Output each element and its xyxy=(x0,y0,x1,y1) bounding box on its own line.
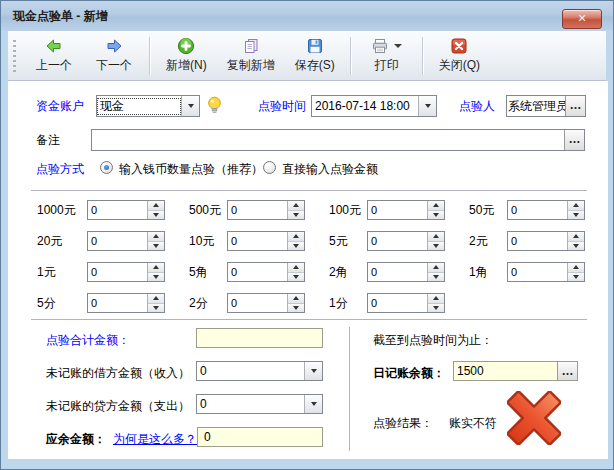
why-so-much-link[interactable]: 为何是这么多？ xyxy=(113,431,197,448)
denomination-value[interactable]: 0 xyxy=(228,235,287,247)
denomination-spinner[interactable]: 0 xyxy=(87,231,165,251)
verifier-browse-button[interactable]: … xyxy=(565,96,585,116)
denomination-spinner[interactable]: 0 xyxy=(87,293,165,313)
spinner-up-icon xyxy=(433,265,439,269)
denomination-value[interactable]: 0 xyxy=(368,266,427,278)
journal-balance-field: 1500 … xyxy=(453,361,578,381)
spinner-down-icon xyxy=(153,306,159,310)
verifier-label: 点验人 xyxy=(459,95,495,117)
spinner-buttons[interactable] xyxy=(147,201,164,219)
denomination-spinner[interactable]: 0 xyxy=(367,293,445,313)
spinner-down-icon xyxy=(433,213,439,217)
denomination-value[interactable]: 0 xyxy=(368,204,427,216)
spinner-buttons[interactable] xyxy=(567,263,584,281)
denomination-spinner[interactable]: 0 xyxy=(507,200,585,220)
check-result-value: 账实不符 xyxy=(449,415,497,432)
toolbar-grip-handle[interactable] xyxy=(13,40,16,72)
spinner-buttons[interactable] xyxy=(147,263,164,281)
next-button-label: 下一个 xyxy=(96,57,132,74)
save-button[interactable]: 保存(S) xyxy=(285,33,345,78)
denomination-spinner[interactable]: 0 xyxy=(507,262,585,282)
unposted-credit-combobox[interactable]: 0 xyxy=(196,394,323,414)
denomination-spinner[interactable]: 0 xyxy=(367,262,445,282)
spinner-buttons[interactable] xyxy=(287,294,304,312)
denomination-label: 1000元 xyxy=(37,200,87,220)
close-button[interactable]: 关闭(Q) xyxy=(429,33,490,78)
spinner-buttons[interactable] xyxy=(287,232,304,250)
unposted-debit-combobox[interactable]: 0 xyxy=(196,361,323,381)
divider xyxy=(31,319,587,320)
denomination-label: 500元 xyxy=(189,200,227,220)
spinner-down-icon xyxy=(153,213,159,217)
spinner-buttons[interactable] xyxy=(427,294,444,312)
account-combobox[interactable]: 现金 xyxy=(96,95,200,117)
spinner-buttons[interactable] xyxy=(287,201,304,219)
denomination-value[interactable]: 0 xyxy=(228,266,287,278)
denomination-value[interactable]: 0 xyxy=(228,297,287,309)
print-dropdown-caret[interactable] xyxy=(394,44,402,48)
denomination-spinner[interactable]: 0 xyxy=(227,262,305,282)
check-time-combobox[interactable]: 2016-07-14 18:00 xyxy=(311,95,437,117)
denomination-spinner[interactable]: 0 xyxy=(367,231,445,251)
verifier-field[interactable]: 系统管理员 … xyxy=(506,95,586,117)
unposted-debit-dropdown-button[interactable] xyxy=(304,362,322,380)
denomination-spinner[interactable]: 0 xyxy=(507,231,585,251)
denomination-spinner[interactable]: 0 xyxy=(227,293,305,313)
denomination-value[interactable]: 0 xyxy=(368,235,427,247)
denomination-spinner[interactable]: 0 xyxy=(367,200,445,220)
account-dropdown-button[interactable] xyxy=(181,96,199,116)
next-button[interactable]: 下一个 xyxy=(84,33,144,78)
method-radio-count[interactable] xyxy=(100,161,113,174)
denomination-spinner[interactable]: 0 xyxy=(87,262,165,282)
spinner-buttons[interactable] xyxy=(427,232,444,250)
denomination-value[interactable]: 0 xyxy=(508,266,567,278)
window-close-button[interactable]: ✕ xyxy=(562,9,602,29)
spinner-buttons[interactable] xyxy=(567,201,584,219)
printer-icon xyxy=(371,37,389,55)
spinner-buttons[interactable] xyxy=(427,201,444,219)
denomination-value[interactable]: 0 xyxy=(88,204,147,216)
denomination-value[interactable]: 0 xyxy=(368,297,427,309)
method-radio-amount[interactable] xyxy=(263,161,276,174)
check-time-label: 点验时间 xyxy=(258,95,306,117)
denomination-value[interactable]: 0 xyxy=(508,235,567,247)
print-button[interactable]: 打印 xyxy=(357,33,417,78)
as-of-time-label: 截至到点验时间为止： xyxy=(373,332,493,349)
spinner-up-icon xyxy=(293,265,299,269)
spinner-up-icon xyxy=(433,234,439,238)
spinner-buttons[interactable] xyxy=(147,232,164,250)
unposted-credit-label: 未记账的贷方金额（支出） xyxy=(46,398,190,415)
denomination-value[interactable]: 0 xyxy=(88,266,147,278)
spinner-buttons[interactable] xyxy=(567,232,584,250)
journal-balance-label: 日记账余额： xyxy=(373,365,445,382)
prev-button[interactable]: 上一个 xyxy=(24,33,84,78)
remark-input[interactable]: … xyxy=(91,129,585,151)
unposted-credit-dropdown-button[interactable] xyxy=(304,395,322,413)
spinner-down-icon xyxy=(573,244,579,248)
spinner-buttons[interactable] xyxy=(287,263,304,281)
method-option2-label: 直接输入点验金额 xyxy=(282,161,378,178)
denomination-value[interactable]: 0 xyxy=(88,297,147,309)
add-button[interactable]: 新增(N) xyxy=(156,33,217,78)
chevron-down-icon xyxy=(311,369,317,373)
spinner-buttons[interactable] xyxy=(147,294,164,312)
copy-add-button[interactable]: 复制新增 xyxy=(217,33,285,78)
denomination-spinner[interactable]: 0 xyxy=(227,200,305,220)
divider xyxy=(31,190,587,191)
hint-bulb-icon[interactable] xyxy=(207,96,222,116)
denomination-spinner[interactable]: 0 xyxy=(87,200,165,220)
denomination-label: 1元 xyxy=(37,262,87,282)
remark-browse-button[interactable]: … xyxy=(564,130,584,150)
toolbar: 上一个 下一个 新增(N) 复制新增 xyxy=(8,31,606,81)
denomination-spinner[interactable]: 0 xyxy=(227,231,305,251)
denomination-value[interactable]: 0 xyxy=(508,204,567,216)
verifier-value: 系统管理员 xyxy=(507,98,565,115)
spinner-buttons[interactable] xyxy=(427,263,444,281)
expected-balance-label: 应余金额： xyxy=(46,431,106,448)
toolbar-separator xyxy=(422,37,424,75)
journal-balance-browse-button[interactable]: … xyxy=(557,362,577,380)
spinner-down-icon xyxy=(293,244,299,248)
denomination-value[interactable]: 0 xyxy=(88,235,147,247)
denomination-value[interactable]: 0 xyxy=(228,204,287,216)
check-time-dropdown-button[interactable] xyxy=(418,96,436,116)
